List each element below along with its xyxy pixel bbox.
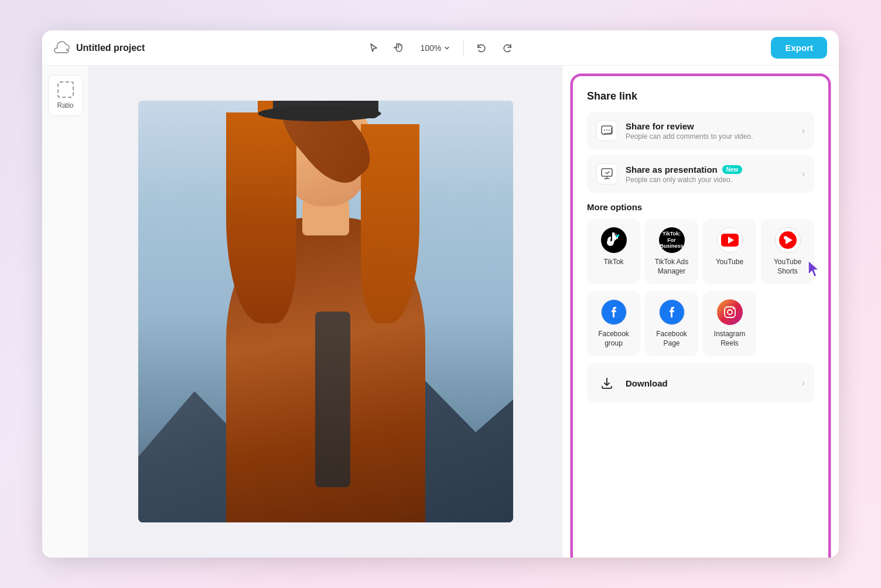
instagram-reels-icon (717, 299, 743, 325)
header-divider (463, 40, 464, 56)
share-for-review-icon (596, 120, 617, 141)
share-for-review-text: Share for review People can add comments… (626, 121, 794, 141)
svg-point-2 (606, 129, 607, 131)
social-item-facebook-group[interactable]: Facebook group (587, 291, 640, 356)
facebook-group-label: Facebook group (592, 330, 636, 348)
youtube-shorts-label: YouTube Shorts (766, 258, 810, 276)
cloud-icon (54, 40, 70, 56)
zoom-control[interactable]: 100% (415, 40, 457, 56)
undo-button[interactable] (471, 37, 492, 59)
social-item-facebook-page[interactable]: Facebook Page (645, 291, 698, 356)
social-item-youtube[interactable]: YouTube (703, 219, 756, 284)
download-label: Download (626, 378, 794, 388)
svg-point-1 (604, 129, 605, 131)
tiktok-label: TikTok (603, 258, 623, 267)
share-as-presentation-desc: People can only watch your video. (626, 176, 794, 184)
share-for-review-name: Share for review (626, 121, 794, 131)
app-window: Untitled project 100% (42, 30, 839, 558)
header: Untitled project 100% (42, 30, 839, 66)
body: Ratio (42, 66, 839, 558)
pointer-tool-button[interactable] (363, 37, 384, 59)
download-icon (596, 372, 617, 394)
youtube-icon (717, 227, 743, 253)
svg-rect-4 (602, 169, 612, 176)
social-grid: ♪ TikTok TikTok:ForBusiness TikTok Ads M… (587, 219, 814, 284)
instagram-reels-label: Instagram Reels (708, 330, 752, 348)
new-badge: New (722, 165, 743, 174)
tiktok-ads-label: TikTok Ads Manager (650, 258, 694, 276)
svg-text:♪: ♪ (612, 235, 616, 244)
zoom-value: 100% (421, 43, 442, 53)
ratio-label: Ratio (57, 101, 73, 110)
share-for-review-chevron: › (802, 125, 805, 136)
facebook-page-label: Facebook Page (650, 330, 694, 348)
header-right: Export (569, 37, 827, 59)
share-as-presentation-name: Share as presentation New (626, 165, 794, 175)
facebook-page-icon (659, 299, 685, 325)
share-for-review-option[interactable]: Share for review People can add comments… (587, 112, 814, 149)
social-item-tiktok[interactable]: ♪ TikTok (587, 219, 640, 284)
svg-marker-11 (808, 261, 819, 277)
download-chevron: › (802, 378, 805, 388)
svg-point-10 (784, 236, 787, 240)
tiktok-icon: ♪ (601, 227, 627, 253)
canvas-area (89, 66, 562, 558)
share-as-presentation-text: Share as presentation New People can onl… (626, 165, 794, 184)
more-options-title: More options (587, 202, 814, 212)
tiktok-ads-icon: TikTok:ForBusiness (659, 227, 685, 253)
youtube-label: YouTube (716, 258, 743, 267)
project-title: Untitled project (76, 43, 145, 53)
share-link-title: Share link (587, 90, 814, 102)
share-as-presentation-option[interactable]: Share as presentation New People can onl… (587, 155, 814, 193)
share-as-presentation-chevron: › (802, 169, 805, 179)
header-left: Untitled project (54, 40, 312, 56)
redo-button[interactable] (497, 37, 518, 59)
svg-point-3 (609, 129, 610, 131)
svg-point-15 (728, 310, 732, 314)
share-for-review-desc: People can add comments to your video. (626, 132, 794, 141)
header-center: 100% (312, 37, 569, 59)
social-item-instagram-reels[interactable]: Instagram Reels (703, 291, 756, 356)
svg-point-16 (732, 308, 733, 309)
download-option[interactable]: Download › (587, 363, 814, 403)
share-panel: Share link Share for review People can a… (572, 75, 829, 558)
social-item-tiktok-ads[interactable]: TikTok:ForBusiness TikTok Ads Manager (645, 219, 698, 284)
hand-tool-button[interactable] (389, 37, 410, 59)
ratio-button[interactable]: Ratio (48, 75, 83, 116)
social-item-youtube-shorts[interactable]: YouTube Shorts (761, 219, 814, 284)
export-button[interactable]: Export (771, 37, 827, 59)
facebook-group-icon (601, 299, 627, 325)
sidebar: Ratio (42, 66, 89, 558)
ratio-icon (57, 81, 74, 98)
youtube-shorts-icon (775, 227, 801, 253)
share-as-presentation-icon (596, 163, 617, 184)
canvas-image (138, 101, 513, 522)
